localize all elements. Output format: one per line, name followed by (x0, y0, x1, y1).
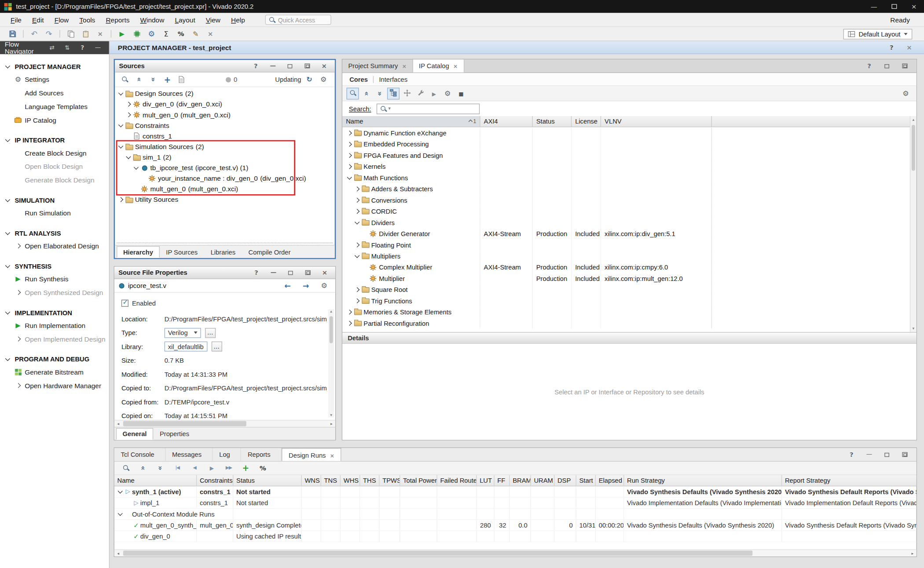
flow-navigator-section-header[interactable]: SYNTHESIS (0, 260, 109, 272)
play-gray-button[interactable]: ▶ (205, 462, 218, 474)
scroll-left-icon[interactable]: ◂ (114, 550, 122, 557)
ip-catalog-row[interactable]: Kernels (342, 161, 916, 172)
menu-item[interactable]: File (6, 15, 26, 25)
tree-chevron[interactable] (354, 297, 361, 304)
ip-catalog-row[interactable]: Multiplier Production Included xilinx.co… (342, 273, 916, 284)
tree-chevron[interactable] (354, 241, 361, 248)
results-tab[interactable]: Tcl Console (114, 448, 165, 461)
run-button[interactable]: ▶ (116, 28, 128, 40)
scroll-up-icon[interactable]: ▴ (913, 117, 915, 122)
source-tree-row[interactable]: div_gen_0 (div_gen_0.xci) (115, 99, 335, 109)
sources-panel-header[interactable]: Sources ? — × (115, 60, 335, 73)
ip-catalog-row[interactable]: Square Root (342, 284, 916, 295)
gear-button[interactable]: ⚙ (317, 73, 330, 85)
flow-navigator-section-header[interactable]: RTL ANALYSIS (0, 227, 109, 239)
tree-chevron[interactable] (346, 174, 353, 181)
sfp-panel-header[interactable]: Source File Properties ? — × (114, 267, 335, 279)
view-tab[interactable]: Cores (349, 76, 373, 83)
close-button[interactable]: × (318, 267, 331, 279)
tree-chevron[interactable] (132, 164, 139, 171)
close-button[interactable]: × (318, 60, 330, 72)
panel-tab[interactable]: IP Sources (160, 246, 204, 258)
ip-catalog-row[interactable]: Memories & Storage Elements (342, 306, 916, 317)
flow-navigator-section-header[interactable]: SIMULATION (0, 194, 109, 206)
float-button[interactable] (283, 60, 296, 72)
flow-navigator-item[interactable]: Open Synthesized Design (0, 286, 109, 299)
column-header[interactable]: LUT (477, 475, 494, 486)
help-button[interactable]: ? (863, 60, 876, 72)
property-value[interactable]: Verilog (165, 328, 201, 338)
tree-chevron[interactable] (361, 263, 368, 270)
tree-chevron[interactable] (125, 499, 132, 506)
ip-catalog-row[interactable]: Trig Functions (342, 295, 916, 306)
redo-button[interactable]: ↷ (42, 28, 55, 40)
property-value[interactable]: D:/TEMP/ipcore_test.v (165, 397, 327, 407)
search-button[interactable] (120, 462, 132, 474)
source-tree-row[interactable]: sim_1 (2) (115, 152, 335, 163)
column-header-status[interactable]: Status (533, 116, 572, 127)
minimize-button[interactable]: — (863, 449, 876, 461)
updown-button[interactable]: ⇅ (61, 42, 73, 54)
close-tab-button[interactable]: × (330, 451, 334, 459)
toolbar-button[interactable] (414, 87, 427, 99)
tree-chevron[interactable] (132, 186, 139, 193)
tree-chevron[interactable] (125, 111, 132, 118)
tree-chevron[interactable] (125, 132, 132, 139)
flow-navigator-item[interactable]: Open Hardware Manager (0, 379, 109, 392)
expand-button[interactable]: » (147, 73, 159, 85)
float-button[interactable] (284, 267, 297, 279)
ip-catalog-row[interactable]: FPGA Features and Design (342, 149, 916, 160)
window-close-button[interactable]: × (904, 0, 924, 13)
save-button[interactable] (6, 28, 18, 40)
panel-tab[interactable]: General (116, 428, 153, 440)
scroll-down-icon[interactable]: ▾ (330, 413, 332, 418)
window-minimize-button[interactable]: — (864, 0, 884, 13)
step-back-button[interactable]: |◀ (171, 462, 183, 474)
panel-tab[interactable]: Compile Order (242, 246, 297, 258)
fast-forward-button[interactable]: ▶▶ (222, 462, 235, 474)
column-header[interactable]: DSP (554, 475, 576, 486)
column-header[interactable]: WNS (302, 475, 321, 486)
nav-fwd-button[interactable]: → (299, 280, 312, 291)
flow-navigator-item[interactable]: Create Block Design (0, 146, 109, 160)
property-value[interactable]: Today at 14:15:51 PM (165, 411, 327, 419)
maximize-button[interactable] (898, 449, 911, 461)
flow-navigator-section-header[interactable]: IMPLEMENTATION (0, 306, 109, 318)
results-tab[interactable]: Messages (165, 448, 213, 461)
quick-access-input[interactable]: Quick Access (265, 15, 331, 25)
tree-chevron[interactable] (117, 90, 125, 97)
tree-chevron[interactable] (117, 488, 124, 495)
property-value[interactable]: 0.7 KB (165, 356, 327, 366)
design-run-row[interactable]: Out-of-Context Module Runs (114, 509, 917, 520)
back-button[interactable]: ◀ (188, 462, 201, 474)
tree-chevron[interactable] (140, 175, 147, 182)
tree-chevron[interactable] (346, 129, 353, 136)
help-button[interactable]: ? (249, 60, 262, 72)
results-tab[interactable]: Log (213, 448, 241, 461)
flow-navigator-item[interactable]: Open Block Design (0, 160, 109, 173)
search-button[interactable] (118, 73, 131, 85)
tree-chevron[interactable] (346, 152, 353, 159)
plus-button[interactable]: + (161, 73, 174, 85)
column-header[interactable]: Elapsed (596, 475, 624, 486)
tree-chevron[interactable] (117, 510, 124, 517)
ip-catalog-row[interactable]: Adders & Subtracters (342, 183, 916, 194)
message-filter-button[interactable]: 0 (226, 76, 237, 83)
sigma-button[interactable]: Σ (160, 28, 172, 40)
menu-item[interactable]: Window (136, 15, 169, 25)
nav-back-button[interactable]: ← (281, 280, 294, 291)
plus-green-button[interactable]: + (239, 462, 252, 474)
tree-chevron[interactable] (117, 196, 125, 203)
ip-catalog-row[interactable]: Multipliers (342, 250, 916, 261)
column-header[interactable]: Report Strategy (782, 475, 916, 486)
editor-tab[interactable]: IP Catalog × (413, 59, 464, 72)
flow-navigator-item[interactable]: Generate Block Design (0, 173, 109, 187)
tree-chevron[interactable] (125, 154, 132, 161)
float-button[interactable] (880, 60, 893, 72)
collapse-button[interactable]: « (132, 73, 145, 85)
column-header[interactable]: WHS (341, 475, 360, 486)
program-button[interactable] (130, 28, 143, 40)
column-header-vlnv[interactable]: VLNV (601, 116, 712, 127)
toolbar-button[interactable]: ■ (455, 87, 467, 99)
tree-chevron[interactable] (346, 140, 353, 147)
